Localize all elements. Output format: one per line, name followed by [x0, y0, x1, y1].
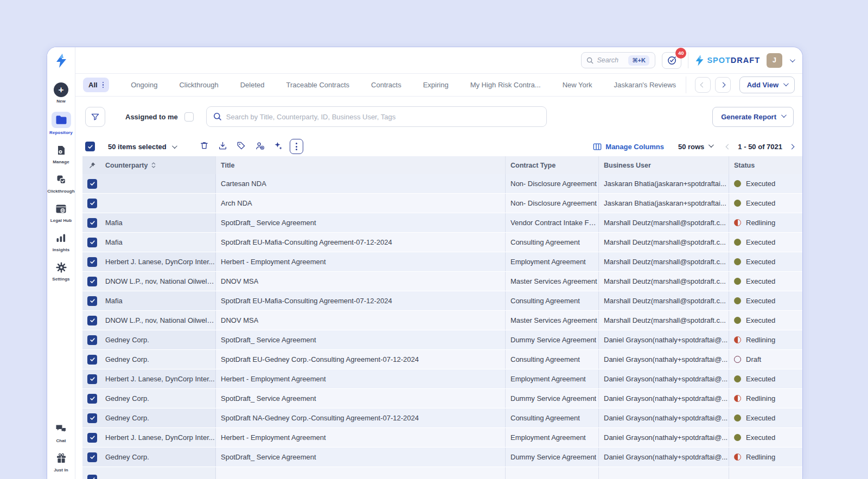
trash-icon: [200, 141, 209, 152]
row-checkbox[interactable]: [87, 452, 97, 462]
table-row[interactable]: Arch NDA Non- Disclosure Agreement Jaska…: [82, 194, 802, 213]
sidebar-item-repository[interactable]: Repository: [47, 112, 75, 135]
table-row[interactable]: Herbert J. Lanese, DynCorp Inter... Herb…: [82, 369, 802, 389]
assign-user-button[interactable]: [253, 139, 267, 154]
cell-title[interactable]: [216, 467, 506, 479]
filters-button[interactable]: [85, 107, 105, 127]
row-checkbox[interactable]: [87, 374, 97, 384]
manage-columns-button[interactable]: Manage Columns: [593, 143, 664, 151]
row-checkbox[interactable]: [87, 199, 97, 208]
repository-search[interactable]: [206, 106, 547, 127]
column-header-counterparty[interactable]: Counterparty: [102, 156, 216, 174]
tab-my-high-risk-contra[interactable]: My High Risk Contra...: [470, 81, 541, 89]
row-checkbox[interactable]: [87, 413, 97, 423]
table-row[interactable]: Herbert J. Lanese, DynCorp Inter... Herb…: [82, 428, 802, 448]
column-header-status[interactable]: Status: [729, 156, 802, 174]
sparkles-button[interactable]: [271, 139, 285, 154]
tab-clickthrough[interactable]: Clickthrough: [179, 81, 218, 89]
tab-ongoing[interactable]: Ongoing: [131, 81, 157, 89]
row-checkbox[interactable]: [87, 238, 97, 247]
cell-title[interactable]: Cartesan NDA: [216, 174, 506, 193]
table-row[interactable]: Mafia SpotDraft_ Service Agreement Vendo…: [82, 213, 802, 233]
user-avatar[interactable]: J: [767, 53, 782, 68]
tab-options-kebab-icon[interactable]: [103, 82, 104, 88]
sidebar-item-legal-hub[interactable]: Legal Hub: [47, 202, 75, 223]
table-row[interactable]: Herbert J. Lanese, DynCorp Inter... Herb…: [82, 252, 802, 272]
cell-title[interactable]: SpotDraft NA-Gedney Corp.-Consulting Agr…: [216, 408, 506, 427]
add-view-button[interactable]: Add View: [739, 76, 795, 93]
row-checkbox[interactable]: [87, 355, 97, 365]
global-search-input[interactable]: [597, 56, 625, 64]
tab-all[interactable]: All: [83, 78, 109, 92]
sidebar-item-just-in[interactable]: Just In: [47, 451, 75, 472]
tabs-scroll-left-button[interactable]: [695, 77, 711, 93]
tab-contracts[interactable]: Contracts: [371, 81, 401, 89]
cell-title[interactable]: Herbert - Employment Agreement: [216, 428, 506, 447]
table-row[interactable]: DNOW L.P., nov, National Oilwell V... DN…: [82, 311, 802, 330]
cell-title[interactable]: DNOV MSA: [216, 311, 506, 330]
cell-title[interactable]: Herbert - Employment Agreement: [216, 369, 506, 388]
prev-page-button[interactable]: [726, 144, 731, 149]
sidebar-item-insights[interactable]: Insights: [47, 231, 75, 252]
global-search[interactable]: ⌘+K: [581, 52, 655, 68]
row-checkbox[interactable]: [87, 433, 97, 443]
assigned-to-me-checkbox[interactable]: [184, 112, 194, 122]
cell-title[interactable]: SpotDraft_ Service Agreement: [216, 389, 506, 408]
repository-search-input[interactable]: [226, 113, 540, 121]
row-checkbox[interactable]: [87, 179, 97, 189]
sidebar-item-new[interactable]: +New: [47, 82, 75, 104]
table-row[interactable]: Cartesan NDA Non- Disclosure Agreement J…: [82, 174, 802, 194]
next-page-button[interactable]: [789, 144, 795, 149]
cell-title[interactable]: SpotDraft EU-Gedney Corp.-Consulting Agr…: [216, 350, 506, 369]
tasks-button[interactable]: 40: [662, 52, 681, 69]
cell-title[interactable]: SpotDraft EU-Mafia-Consulting Agreement-…: [216, 233, 506, 252]
column-header-business-user[interactable]: Business User: [599, 156, 729, 174]
cell-title[interactable]: Arch NDA: [216, 194, 506, 213]
trash-button[interactable]: [197, 139, 212, 154]
more-actions-button[interactable]: [290, 139, 303, 154]
sidebar-item-settings[interactable]: Settings: [47, 260, 75, 282]
row-checkbox[interactable]: [87, 394, 97, 404]
select-all-checkbox[interactable]: [85, 142, 95, 151]
cell-title[interactable]: SpotDraft_ Service Agreement: [216, 213, 506, 232]
tab-traceable-contracts[interactable]: Traceable Contracts: [286, 81, 349, 89]
cell-title[interactable]: Herbert - Employment Agreement: [216, 252, 506, 271]
tab-jaskaran-s-reviews[interactable]: Jaskaran's Reviews: [614, 81, 676, 89]
cell-title[interactable]: SpotDraft_ Service Agreement: [216, 330, 506, 349]
tabs-scroll-right-button[interactable]: [715, 77, 731, 93]
row-checkbox[interactable]: [87, 277, 97, 286]
tab-new-york[interactable]: New York: [563, 81, 592, 89]
selection-menu-chevron-icon[interactable]: [172, 143, 177, 149]
table-row[interactable]: Mafia SpotDraft EU-Mafia-Consulting Agre…: [82, 291, 802, 311]
table-row[interactable]: Mafia SpotDraft EU-Mafia-Consulting Agre…: [82, 233, 802, 252]
row-checkbox[interactable]: [87, 257, 97, 267]
row-checkbox[interactable]: [87, 218, 97, 228]
sort-icon[interactable]: [151, 162, 156, 168]
table-row[interactable]: Gedney Corp. SpotDraft NA-Gedney Corp.-C…: [82, 408, 802, 428]
table-row[interactable]: [82, 467, 802, 479]
download-button[interactable]: [216, 139, 230, 154]
sidebar-item-clickthrough[interactable]: Clickthrough: [47, 173, 75, 194]
cell-title[interactable]: SpotDraft_ Service Agreement: [216, 448, 506, 467]
cell-title[interactable]: DNOV MSA: [216, 272, 506, 291]
row-checkbox[interactable]: [87, 475, 97, 479]
row-checkbox[interactable]: [87, 296, 97, 306]
rows-per-page-dropdown[interactable]: 50 rows: [678, 143, 712, 151]
sidebar-item-chat[interactable]: Chat: [47, 422, 75, 443]
table-row[interactable]: Gedney Corp. SpotDraft_ Service Agreemen…: [82, 448, 802, 467]
row-checkbox[interactable]: [87, 316, 97, 325]
tag-button[interactable]: [234, 139, 248, 154]
column-header-contract-type[interactable]: Contract Type: [506, 156, 599, 174]
column-header-title[interactable]: Title: [216, 156, 506, 174]
table-row[interactable]: Gedney Corp. SpotDraft_ Service Agreemen…: [82, 330, 802, 350]
cell-title[interactable]: SpotDraft EU-Mafia-Consulting Agreement-…: [216, 291, 506, 310]
table-row[interactable]: Gedney Corp. SpotDraft_ Service Agreemen…: [82, 389, 802, 408]
table-row[interactable]: Gedney Corp. SpotDraft EU-Gedney Corp.-C…: [82, 350, 802, 369]
sidebar-item-manage[interactable]: Manage: [47, 143, 75, 164]
generate-report-button[interactable]: Generate Report: [712, 107, 794, 127]
row-checkbox[interactable]: [87, 335, 97, 345]
tab-expiring[interactable]: Expiring: [423, 81, 449, 89]
tab-deleted[interactable]: Deleted: [240, 81, 265, 89]
table-row[interactable]: DNOW L.P., nov, National Oilwell V... DN…: [82, 272, 802, 291]
user-menu-chevron-icon[interactable]: [790, 57, 795, 62]
